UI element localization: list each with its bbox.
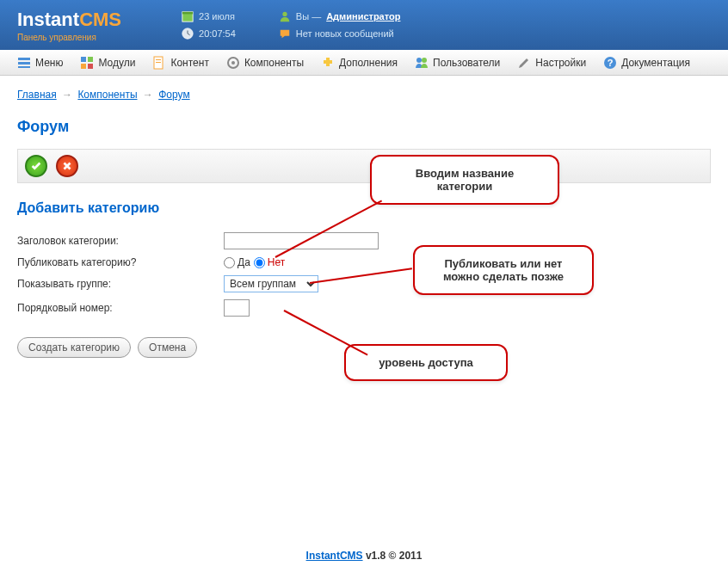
check-icon (30, 160, 42, 172)
order-input[interactable] (224, 299, 250, 317)
svg-rect-10 (88, 64, 93, 69)
svg-rect-12 (156, 59, 161, 60)
logo-text: InstantCMS (17, 9, 121, 31)
components-icon (226, 56, 240, 70)
header-datetime: 23 июля 20:07:54 (182, 10, 236, 40)
logo: InstantCMS Панель управления (17, 9, 121, 42)
menu-item-menu[interactable]: Меню (9, 56, 71, 70)
svg-point-17 (422, 58, 427, 63)
footer: InstantCMS v1.8 © 2011 (0, 550, 728, 562)
menu-item-users[interactable]: Пользователи (406, 56, 509, 70)
breadcrumb-components[interactable]: Компоненты (77, 89, 137, 101)
submit-button[interactable]: Создать категорию (17, 337, 131, 358)
calendar-icon (182, 10, 194, 22)
svg-rect-4 (18, 58, 30, 60)
addons-icon (321, 56, 335, 70)
menu-item-addons[interactable]: Дополнения (312, 56, 406, 70)
menu-item-modules[interactable]: Модули (71, 56, 144, 70)
svg-rect-1 (182, 12, 193, 15)
svg-rect-9 (81, 64, 86, 69)
menubar: Меню Модули Контент Компоненты Дополнени… (0, 50, 728, 76)
clock-icon (182, 28, 194, 40)
date-text: 23 июля (199, 11, 235, 22)
cancel-button[interactable]: Отмена (138, 337, 197, 358)
user-icon (279, 10, 291, 22)
footer-link[interactable]: InstantCMS (306, 550, 363, 562)
breadcrumb-forum[interactable]: Форум (158, 89, 189, 101)
svg-point-16 (416, 58, 422, 63)
toolbar-ok-button[interactable] (25, 155, 47, 177)
svg-rect-5 (18, 62, 30, 65)
close-icon (61, 160, 73, 172)
toolbar-cancel-button[interactable] (56, 155, 78, 177)
page-title: Форум (17, 118, 711, 136)
title-label: Заголовок категории: (17, 235, 224, 247)
logo-subtitle: Панель управления (17, 33, 121, 42)
svg-text:?: ? (608, 58, 614, 68)
publish-no-label[interactable]: Нет (254, 256, 285, 268)
publish-label: Публиковать категорию? (17, 256, 224, 268)
title-input[interactable] (224, 232, 379, 249)
svg-point-3 (282, 12, 287, 16)
svg-rect-13 (156, 62, 161, 63)
callout-access: уровень доступа (344, 344, 508, 381)
time-text: 20:07:54 (199, 28, 236, 39)
breadcrumb: Главная → Компоненты → Форум (17, 89, 711, 101)
menu-icon (17, 56, 31, 70)
menu-item-docs[interactable]: ?Документация (595, 56, 699, 70)
publish-no-radio[interactable] (254, 257, 265, 268)
messages-icon (279, 28, 291, 40)
publish-yes-radio[interactable] (224, 257, 235, 268)
content: Главная → Компоненты → Форум Форум Добав… (0, 76, 728, 371)
user-prefix: Вы — (296, 11, 321, 22)
breadcrumb-sep: → (143, 89, 153, 101)
toolbar (17, 149, 711, 183)
settings-icon (517, 56, 531, 70)
group-label: Показывать группе: (17, 278, 224, 290)
user-link[interactable]: Администратор (326, 11, 400, 22)
header: InstantCMS Панель управления 23 июля 20:… (0, 0, 728, 50)
menu-item-content[interactable]: Контент (144, 56, 217, 70)
publish-radio-group: Да Нет (224, 256, 285, 268)
group-select[interactable]: Всем группам (224, 275, 318, 292)
breadcrumb-sep: → (62, 89, 72, 101)
content-icon (152, 56, 166, 70)
order-label: Порядковый номер: (17, 302, 224, 314)
messages-text: Нет новых сообщений (296, 28, 394, 39)
callout-title: Вводим название категории (370, 155, 559, 205)
users-icon (415, 56, 429, 70)
callout-publish: Публиковать или нет можно сделать позже (413, 245, 594, 295)
header-user: Вы — Администратор Нет новых сообщений (279, 10, 401, 40)
modules-icon (80, 56, 94, 70)
menu-item-settings[interactable]: Настройки (509, 56, 595, 70)
footer-text: v1.8 © 2011 (363, 550, 423, 562)
svg-rect-6 (18, 66, 30, 68)
menu-item-components[interactable]: Компоненты (218, 56, 312, 70)
breadcrumb-home[interactable]: Главная (17, 89, 57, 101)
svg-rect-8 (88, 57, 93, 62)
svg-rect-7 (81, 57, 86, 62)
svg-point-15 (231, 61, 235, 65)
help-icon: ? (603, 56, 617, 70)
publish-yes-label[interactable]: Да (224, 256, 250, 268)
